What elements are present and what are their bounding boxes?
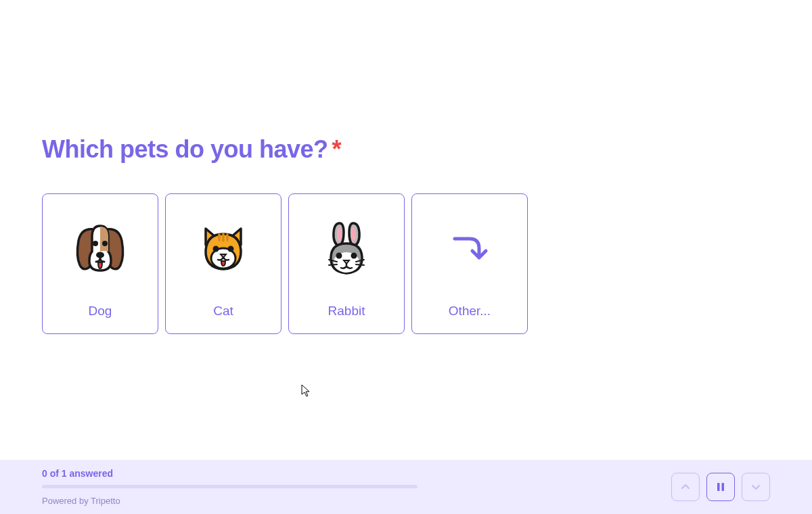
svg-rect-9 — [717, 483, 720, 491]
footer: 0 of 1 answered Powered by Tripetto — [0, 460, 812, 514]
chevron-up-icon — [680, 482, 691, 492]
option-other[interactable]: Other... — [411, 193, 528, 334]
question-title: Which pets do you have? * — [42, 135, 770, 164]
svg-rect-10 — [722, 483, 725, 491]
option-rabbit[interactable]: Rabbit — [288, 193, 405, 334]
pause-icon — [716, 482, 725, 492]
option-cat[interactable]: Cat — [165, 193, 281, 334]
required-asterisk: * — [332, 135, 342, 164]
footer-nav — [671, 473, 770, 501]
options-grid: Dog — [42, 193, 770, 334]
cursor-icon — [301, 384, 312, 398]
option-label: Rabbit — [328, 304, 365, 319]
option-label: Other... — [449, 304, 491, 319]
progress-text: 0 of 1 answered — [42, 468, 671, 479]
footer-left: 0 of 1 answered Powered by Tripetto — [42, 468, 671, 506]
dog-icon — [70, 218, 131, 279]
question-text: Which pets do you have? — [42, 135, 328, 164]
progress-bar — [42, 485, 418, 488]
svg-point-4 — [213, 246, 219, 252]
svg-point-7 — [336, 253, 342, 259]
cat-icon — [193, 218, 254, 279]
option-label: Dog — [89, 304, 112, 319]
svg-point-0 — [93, 241, 98, 246]
powered-by-link[interactable]: Powered by Tripetto — [42, 496, 671, 506]
nav-pause-button[interactable] — [706, 473, 735, 501]
svg-point-8 — [351, 253, 357, 259]
svg-point-1 — [102, 241, 108, 246]
option-label: Cat — [213, 304, 233, 319]
rabbit-icon — [316, 218, 377, 279]
option-dog[interactable]: Dog — [42, 193, 158, 334]
nav-next-button[interactable] — [742, 473, 770, 501]
svg-point-5 — [228, 246, 234, 252]
nav-prev-button[interactable] — [671, 473, 700, 501]
main-content: Which pets do you have? * — [0, 0, 812, 334]
chevron-down-icon — [750, 482, 761, 492]
other-arrow-icon — [439, 218, 500, 279]
